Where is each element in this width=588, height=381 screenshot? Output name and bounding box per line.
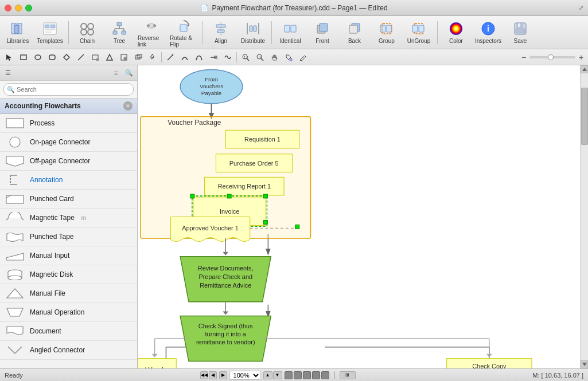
canvas[interactable]: From Vouchers Payable Voucher Package Re… <box>138 65 580 368</box>
connector-tool[interactable] <box>207 51 220 64</box>
sidebar-item-label: On-page Connector <box>30 138 90 146</box>
sidebar-item-on-page-connector[interactable]: On-page Connector <box>0 133 137 152</box>
fill-tool[interactable] <box>282 51 295 64</box>
close-button[interactable] <box>5 5 11 11</box>
zoom-in-btn[interactable]: + <box>577 53 586 62</box>
rect-tool[interactable] <box>17 51 30 64</box>
minimize-button[interactable] <box>15 5 22 11</box>
page-dot-3 <box>303 371 311 379</box>
zoom-slider[interactable] <box>529 56 575 58</box>
svg-text:Purchase Order 5: Purchase Order 5 <box>229 160 279 167</box>
group-button[interactable]: Group <box>371 18 402 47</box>
page-up-btn[interactable]: ▲ <box>263 371 272 379</box>
manual-input-icon <box>6 249 24 262</box>
svg-rect-116 <box>190 194 194 198</box>
color-button[interactable]: Color <box>441 18 472 47</box>
rotate-flip-button[interactable]: Rotate & Flip <box>168 18 199 47</box>
svg-rect-29 <box>254 26 256 32</box>
ungroup-button[interactable]: UnGroup <box>403 18 434 47</box>
curve-tool[interactable] <box>178 51 192 64</box>
restore-button[interactable]: ⤢ <box>579 5 583 11</box>
templates-button[interactable]: Templates <box>34 18 65 47</box>
save-button[interactable]: Save <box>505 18 536 47</box>
horizontal-scrollbar[interactable] <box>334 371 335 379</box>
search-input[interactable] <box>3 83 134 96</box>
sidebar-item-label: Annotation <box>30 176 63 184</box>
fit-btn[interactable]: ⊞ <box>340 371 356 379</box>
page-prev-btn[interactable]: ◀ <box>209 371 217 379</box>
page-down-btn[interactable]: ▼ <box>273 371 282 379</box>
diamond-tool[interactable] <box>60 51 73 64</box>
sidebar-item-manual-file[interactable]: Manual File <box>0 284 137 303</box>
align-button[interactable]: Align <box>205 18 236 47</box>
sidebar-item-document[interactable]: Document <box>0 322 137 341</box>
svg-rect-16 <box>122 31 126 34</box>
svg-line-80 <box>6 218 9 220</box>
front-button[interactable]: Front <box>307 18 338 47</box>
arrow-tool[interactable] <box>163 51 177 64</box>
svg-text:Review Documents,: Review Documents, <box>198 265 254 272</box>
hand-tool[interactable] <box>267 51 281 64</box>
vertical-scrollbar[interactable] <box>580 65 588 368</box>
smooth-tool[interactable] <box>221 51 235 64</box>
tree-button[interactable]: Tree <box>104 18 135 47</box>
sidebar-header: ☰ ≡ 🔍 <box>0 65 137 81</box>
identical-button[interactable]: Identical <box>275 18 306 47</box>
select-tool[interactable] <box>2 51 16 64</box>
sidebar-search-btn[interactable]: 🔍 <box>123 67 135 78</box>
reverse-link-button[interactable]: Reverse link <box>136 18 167 47</box>
sidebar-item-manual-operation[interactable]: Manual Operation <box>0 303 137 322</box>
sidebar-item-off-page-connector[interactable]: Off-page Connector <box>0 152 137 171</box>
tool-3d[interactable] <box>131 51 145 64</box>
sidebar-close-btn[interactable]: ✕ <box>123 101 133 111</box>
vscroll-up-btn[interactable] <box>581 65 588 73</box>
resize-tool[interactable] <box>88 51 102 64</box>
edit-tool[interactable] <box>117 51 131 64</box>
vscroll-down-btn[interactable] <box>581 360 588 368</box>
svg-marker-139 <box>152 354 158 358</box>
sidebar-toggle-btn[interactable]: ☰ <box>2 67 14 78</box>
distribute-button[interactable]: Distribute <box>237 18 268 47</box>
sidebar-item-annotation[interactable]: Annotation <box>0 171 137 190</box>
crop-tool[interactable] <box>103 51 116 64</box>
zoom-select[interactable]: 100% 75% 50% 150% 200% <box>229 371 261 380</box>
back-button[interactable]: Back <box>339 18 370 47</box>
svg-text:From: From <box>205 76 218 83</box>
pen-tool[interactable] <box>296 51 310 64</box>
vscroll-thumb[interactable] <box>581 88 588 145</box>
reverse-link-icon <box>143 18 159 34</box>
bezier-tool[interactable] <box>192 51 206 64</box>
sidebar-list-btn[interactable]: ≡ <box>110 67 122 78</box>
maximize-button[interactable] <box>25 5 32 11</box>
align-label: Align <box>215 38 227 44</box>
libraries-button[interactable]: Libraries <box>2 18 33 47</box>
rounded-rect-tool[interactable] <box>45 51 59 64</box>
svg-text:Check Copy: Check Copy <box>472 363 507 368</box>
svg-marker-82 <box>6 253 24 260</box>
pointer-tool[interactable] <box>146 51 159 64</box>
svg-marker-127 <box>180 257 271 302</box>
zoom-reset-tool[interactable]: 1:1 <box>239 51 252 64</box>
sidebar-item-process[interactable]: Process <box>0 114 137 133</box>
svg-marker-89 <box>7 308 23 316</box>
vscroll-track <box>581 73 588 360</box>
page-next-btn[interactable]: ▶ <box>219 371 227 379</box>
page-nav: ◀◀ ◀ <box>200 371 217 379</box>
chain-button[interactable]: Chain <box>72 18 103 47</box>
sidebar-item-magnetic-tape[interactable]: Magnetic Tape m <box>0 209 137 227</box>
tool-sep2 <box>236 52 237 62</box>
sidebar-item-manual-input[interactable]: Manual Input <box>0 246 137 265</box>
ellipse-tool[interactable] <box>31 51 45 64</box>
zoom-out-btn[interactable]: − <box>519 53 528 62</box>
sidebar-item-magnetic-disk[interactable]: Magnetic Disk <box>0 265 137 284</box>
svg-rect-52 <box>49 55 55 60</box>
sidebar-item-angled-connector[interactable]: Angled Connector <box>0 341 137 360</box>
sidebar-item-punched-card[interactable]: Punched Card <box>0 190 137 209</box>
svg-marker-142 <box>486 354 492 358</box>
page-first-btn[interactable]: ◀◀ <box>200 371 208 379</box>
inspectors-button[interactable]: i Inspectors <box>473 18 504 47</box>
sidebar-item-punched-tape[interactable]: Punched Tape <box>0 227 137 246</box>
line-tool[interactable] <box>74 51 88 64</box>
mag-tape-shortcut: m <box>81 215 86 221</box>
zoom-in-tool[interactable]: + <box>253 51 267 64</box>
